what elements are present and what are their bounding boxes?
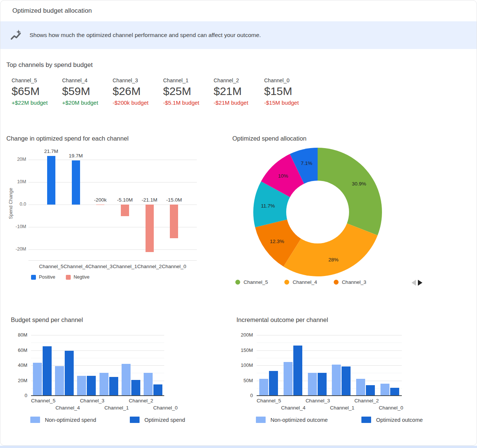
x-tick-label: Channel_5 <box>31 398 55 414</box>
slice-percent-label: 11.7% <box>261 203 275 209</box>
legend-swatch <box>30 417 40 423</box>
channel-spend-value: $26M <box>113 85 163 98</box>
y-axis-ticks: 200M150M100M50M0 <box>236 332 257 396</box>
optimized-bar-Channel_2[interactable] <box>131 380 140 396</box>
legend-dot <box>334 280 339 285</box>
page-background-strip <box>0 446 477 448</box>
y-tick-label: 20M <box>17 157 26 162</box>
non-optimized-bar-Channel_0[interactable] <box>144 373 153 396</box>
donut-chart: 30.9%28%12.3%11.7%10%7.1% <box>232 145 434 279</box>
bar-Channel_4[interactable] <box>72 160 80 205</box>
non-optimized-bar-Channel_3[interactable] <box>308 373 317 396</box>
optimized-budget-allocation-card: Optimized budget allocation Shows how mu… <box>0 0 477 446</box>
bar-Channel_1[interactable] <box>121 205 129 216</box>
legend-item-Channel_5[interactable]: Channel_5 <box>235 279 268 285</box>
channel-spend-value: $15M <box>264 85 315 98</box>
prev-page-arrow-icon[interactable] <box>412 280 416 286</box>
non-optimized-bar-Channel_3[interactable] <box>77 376 86 396</box>
legend-item[interactable]: Positive <box>31 274 55 280</box>
channel-spend-value: $59M <box>62 85 113 98</box>
optimized-bar-Channel_4[interactable] <box>293 346 302 396</box>
x-tick-label: Channel_2 <box>137 264 162 269</box>
legend-label: Channel_4 <box>293 279 317 285</box>
legend-label: Channel_3 <box>342 279 366 285</box>
bar-groups <box>31 332 164 396</box>
non-optimized-bar-Channel_4[interactable] <box>284 362 293 396</box>
non-optimized-bar-Channel_2[interactable] <box>122 364 131 396</box>
bar-group-Channel_2 <box>120 332 142 396</box>
bar-value-label: -15.0M <box>161 197 187 203</box>
spend-allocation-chart-title: Optimized spend allocation <box>232 134 440 142</box>
gridline <box>28 249 197 250</box>
bar-group-Channel_4 <box>53 332 75 396</box>
legend-label: Non-optimized spend <box>45 417 96 423</box>
non-optimized-bar-Channel_4[interactable] <box>55 366 64 396</box>
legend-item[interactable]: Non-optimized spend <box>30 417 96 423</box>
channel-name: Channel_2 <box>214 77 264 84</box>
optimized-bar-Channel_4[interactable] <box>65 351 74 396</box>
spend-change-chart-title: Change in optimized spend for each chann… <box>6 134 208 142</box>
x-axis-labels: Channel_5Channel_4Channel_3Channel_1Chan… <box>28 264 197 269</box>
channel-name: Channel_1 <box>163 77 214 84</box>
x-tick-label: Channel_3 <box>80 398 104 414</box>
donut-hole <box>286 181 349 243</box>
legend-label: Optimized outcome <box>376 417 423 423</box>
x-tick-label: Channel_3 <box>88 264 113 269</box>
legend-item[interactable]: Non-optimized outcome <box>256 417 328 423</box>
bar-Channel_3[interactable] <box>96 205 104 205</box>
budget-spend-legend: Non-optimized spendOptimized spend <box>30 417 232 423</box>
slice-percent-label: 28% <box>328 257 339 263</box>
non-optimized-bar-Channel_0[interactable] <box>380 384 389 396</box>
incremental-outcome-legend: Non-optimized outcomeOptimized outcome <box>256 417 471 423</box>
optimized-bar-Channel_1[interactable] <box>342 366 351 396</box>
y-axis-ticks: 80M60M40M20M0 <box>11 332 31 396</box>
y-tick-label: -20M <box>16 246 26 252</box>
optimized-bar-Channel_3[interactable] <box>87 376 96 396</box>
x-axis-labels: Channel_5Channel_4Channel_3Channel_1Chan… <box>31 398 164 414</box>
non-optimized-bar-Channel_1[interactable] <box>332 365 341 396</box>
next-page-arrow-icon[interactable] <box>418 280 422 286</box>
bar-group-Channel_1 <box>329 332 354 396</box>
incremental-outcome-plot-area <box>257 332 402 396</box>
x-tick-label: Channel_4 <box>64 264 88 269</box>
non-optimized-bar-Channel_2[interactable] <box>356 379 365 396</box>
y-tick-label: 0 <box>250 393 253 398</box>
slice-percent-label: 30.9% <box>352 181 366 187</box>
non-optimized-bar-Channel_5[interactable] <box>259 379 268 396</box>
slice-percent-label: 7.1% <box>301 160 312 166</box>
x-tick-label: Channel_5 <box>257 398 281 414</box>
y-tick-label: 80M <box>18 332 27 338</box>
legend-swatch <box>31 275 36 280</box>
optimized-bar-Channel_2[interactable] <box>366 385 375 396</box>
x-tick-label: Channel_0 <box>379 398 403 414</box>
channel-name: Channel_5 <box>12 77 62 84</box>
channel-budget-delta: -$21M budget <box>214 99 264 107</box>
legend-label: Negtive <box>74 274 89 280</box>
optimized-bar-Channel_5[interactable] <box>269 371 278 396</box>
legend-item[interactable]: Optimized outcome <box>361 417 423 423</box>
optimized-bar-Channel_0[interactable] <box>390 388 399 396</box>
legend-label: Non-optimized outcome <box>270 417 328 423</box>
optimized-bar-Channel_1[interactable] <box>109 377 118 396</box>
bar-Channel_5[interactable] <box>47 156 55 205</box>
legend-item[interactable]: Negtive <box>66 274 89 280</box>
legend-item-Channel_4[interactable]: Channel_4 <box>284 279 317 285</box>
bar-Channel_2[interactable] <box>146 205 154 252</box>
channel-spend-value: $25M <box>163 85 214 98</box>
channel-name: Channel_0 <box>264 77 315 84</box>
y-tick-label: 40M <box>18 362 27 368</box>
x-tick-label: Channel_0 <box>153 398 178 414</box>
bar-Channel_0[interactable] <box>170 205 178 238</box>
channel-card: Channel_4$59M+$20M budget <box>62 77 113 107</box>
non-optimized-bar-Channel_5[interactable] <box>33 363 42 396</box>
optimized-bar-Channel_3[interactable] <box>318 373 327 396</box>
y-tick-label: -10M <box>16 224 26 229</box>
legend-item[interactable]: Optimized spend <box>130 417 185 423</box>
legend-label: Optimized spend <box>144 417 185 423</box>
channel-card: Channel_2$21M-$21M budget <box>214 77 264 107</box>
optimized-bar-Channel_5[interactable] <box>43 346 52 396</box>
optimized-bar-Channel_0[interactable] <box>153 384 162 396</box>
non-optimized-bar-Channel_1[interactable] <box>100 373 108 396</box>
x-tick-label: Channel_4 <box>55 398 80 414</box>
legend-item-Channel_3[interactable]: Channel_3 <box>334 279 366 285</box>
